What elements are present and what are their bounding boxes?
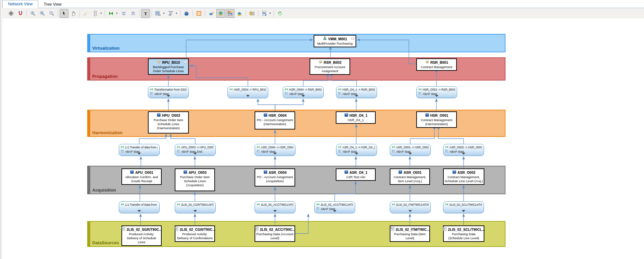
node-hpu-o003[interactable]: HPU_O003Purchase Order Item Schedule Lin… (148, 111, 189, 134)
transformation-tool-dropdown-arrow[interactable]: ▼ (116, 12, 118, 14)
transformation-t21[interactable]: 1:1 Transfer of data from APU...ABAP Sta… (119, 144, 160, 156)
node-asr-o4-1[interactable]: ASR_O4_1ASR Test Alin (336, 168, 376, 181)
filter-icon[interactable] (166, 9, 175, 18)
snap-magnet-icon[interactable] (16, 9, 25, 18)
transformation-t22[interactable]: APU_O003 -> HPU_O003ABAP Start, End (175, 144, 216, 156)
node-description: Allocation Confirm. and Goods Receipt (123, 175, 160, 183)
node-asr-o004[interactable]: ASR_O004PO - Account Assignment (Acquisi… (255, 168, 295, 187)
expand-chevron-icon[interactable] (435, 95, 438, 97)
transformation-t14[interactable]: HSR_O4_1 -> RSR_B002ABAP Start (336, 86, 377, 98)
transformation-t23[interactable]: ASR_O004 -> HSR_O004ABAP Start (255, 144, 296, 156)
expand-chevron-icon[interactable] (138, 153, 141, 155)
expand-chevron-icon[interactable] (302, 95, 305, 97)
zoom-out-icon[interactable] (47, 9, 56, 18)
expand-chevron-icon[interactable] (355, 95, 358, 97)
expand-chevron-icon[interactable] (462, 153, 465, 155)
paint-bucket-icon[interactable] (182, 9, 191, 18)
datasource-icon (121, 227, 125, 232)
expand-chevron-icon[interactable] (273, 153, 277, 155)
node-ds-itm[interactable]: 2LIS_02_ITM/T90C...Purchasing Data (Item… (390, 225, 430, 242)
comment-icon[interactable] (183, 60, 187, 66)
transformation-t11[interactable]: Transformation from DSO HP...ABAP Start (148, 86, 189, 98)
expand-chevron-icon[interactable] (138, 210, 141, 212)
color-grid-icon[interactable] (226, 9, 234, 18)
transformation-t32[interactable]: 2LIS_02_CGR/T90CLNT090 ->... (175, 201, 216, 213)
transformation-t36[interactable]: 2LIS_02_SCL/T90CLNT090 ->... (443, 201, 484, 213)
node-hsr-o001[interactable]: HSR_O001Contract Management (Harmonizati… (416, 111, 457, 128)
select-cursor-icon[interactable] (60, 9, 68, 18)
node-asr-o002[interactable]: ASR_O002Contract Management, Schedule Li… (443, 168, 484, 185)
expand-chevron-icon[interactable] (194, 210, 197, 212)
table-lookup-dropdown-arrow[interactable]: ▼ (163, 12, 165, 14)
transformation-t31[interactable]: 1:1 Transfer of Data from 2LIS... (119, 201, 160, 213)
diagram-toolbar: ▼▼T▼▼W▼ (2, 8, 644, 19)
text-display-icon[interactable]: T (141, 9, 150, 18)
node-rpu-b010[interactable]: RPU_B010Backlogged Purchase Order Schedu… (148, 58, 189, 75)
comment-icon[interactable] (351, 36, 355, 42)
filter-dropdown-arrow[interactable]: ▼ (175, 12, 178, 14)
transformation-t26[interactable]: ASR_O002 -> HSR_O001ABAP Start (443, 144, 484, 156)
transformation-icon (392, 203, 395, 207)
expand-chevron-icon[interactable] (409, 153, 412, 155)
expand-chevron-icon[interactable] (194, 153, 197, 155)
transformation-t25[interactable]: ASR_O001 -> HSR_O001ABAP Start (390, 144, 431, 156)
transformation-title: HSR_O001 -> RSR_B001 (423, 88, 455, 92)
table-columns-icon[interactable] (248, 9, 256, 18)
layers-edit-icon[interactable] (207, 9, 216, 18)
word-export-dropdown-arrow[interactable]: ▼ (269, 12, 271, 14)
transformation-t35[interactable]: 2LIS_02_ITM/T90CLNT090 ->... (390, 201, 431, 213)
datasource-icon (255, 227, 259, 232)
layer-band-stripe (88, 110, 90, 136)
expand-chevron-icon[interactable] (246, 95, 250, 97)
transformation-t15[interactable]: HSR_O001 -> RSR_B001ABAP Start (416, 86, 457, 98)
transformation-tool-icon[interactable] (107, 9, 115, 18)
layout-rows-icon[interactable] (91, 9, 100, 18)
expand-chevron-icon[interactable] (409, 210, 412, 212)
node-ds-scl[interactable]: 2LIS_02_SCL/T90CL...Purchasing Data (Sch… (443, 225, 484, 242)
expand-chevron-icon[interactable] (333, 210, 336, 212)
table-lookup-icon[interactable] (154, 9, 162, 18)
collapse-all-icon[interactable] (119, 9, 128, 18)
node-description: PO - Account Assignment (Acquisition) (256, 175, 294, 183)
node-asr-o001[interactable]: ASR_O001Contract Management, Item Level … (390, 168, 430, 185)
transformation-title: 2LIS_02_ACC/T90CLNT090 ->... (321, 203, 353, 207)
tab-tree-view[interactable]: Tree View (38, 1, 67, 8)
zoom-fit-icon[interactable] (38, 9, 47, 18)
pan-hand-icon[interactable] (69, 9, 78, 18)
align-grid-icon[interactable] (7, 9, 15, 18)
transformation-t12[interactable]: HSR_O004 -> RPU_B010 (227, 86, 268, 98)
node-rsr-b001[interactable]: RSR_B001Contract Management (416, 58, 457, 71)
word-export-icon[interactable]: W (260, 9, 269, 18)
layers-view-icon[interactable] (216, 9, 225, 18)
node-ds-sgr[interactable]: 2LIS_02_SGR/T90C...Produced Activity: De… (121, 225, 162, 246)
zoom-in-icon[interactable] (29, 9, 37, 18)
node-title: APU_O003 (189, 170, 207, 175)
tab-network-view[interactable]: Network View (2, 0, 38, 8)
expand-chevron-icon[interactable] (167, 95, 170, 97)
node-hsr-o4-1[interactable]: HSR_O4_1HSR_O4_1 (336, 111, 376, 124)
node-apu-o001[interactable]: APU_O001Allocation Confirm. and Goods Re… (121, 168, 162, 185)
node-vmm-m001[interactable]: VMM_M001MultiProvider Purchasing (314, 35, 356, 47)
expand-chevron-icon[interactable] (462, 210, 465, 212)
layers-image-icon[interactable] (235, 9, 244, 18)
highlight-color-icon[interactable] (195, 9, 203, 18)
refresh-icon[interactable] (276, 9, 284, 18)
layout-rows-dropdown-arrow[interactable]: ▼ (100, 12, 102, 14)
expand-chevron-icon[interactable] (273, 210, 277, 212)
node-ds-cgr[interactable]: 2LIS_02_CGR/T90C...Produced Activity: De… (175, 225, 215, 242)
transformation-t34[interactable]: 2LIS_02_ACC/T90CLNT090 ->...ABAP Start (314, 201, 355, 213)
expand-chevron-icon[interactable] (355, 153, 358, 155)
transformation-t13[interactable]: HSR_O004 -> RSR_B002ABAP Start (283, 86, 324, 98)
toolbar-separator (139, 10, 140, 17)
datastore-icon (183, 170, 187, 175)
node-hsr-o004[interactable]: HSR_O004PO - Account Assignment (Harmoni… (255, 111, 295, 130)
expand-all-icon[interactable] (129, 9, 138, 18)
node-apu-o003[interactable]: APU_O003Purchase Order Item Schedule Lin… (175, 168, 215, 191)
transformation-t33[interactable]: 2LIS_02_ACC/T90CLNT090 ->... (255, 201, 296, 213)
node-ds-acc[interactable]: 2LIS_02_ACC/T90C...Purchasing Data (Acco… (255, 225, 295, 242)
abap-routine-icon (177, 150, 180, 154)
transformation-title: HSR_O004 -> RSR_B002 (289, 88, 322, 92)
node-title: HSR_O004 (269, 113, 287, 118)
transformation-t24[interactable]: ASR_O4_1 -> HSR_O4_1ABAP Start (336, 144, 377, 156)
node-rsr-b002[interactable]: RSR_B002Procurement Account Assignment (310, 58, 350, 75)
